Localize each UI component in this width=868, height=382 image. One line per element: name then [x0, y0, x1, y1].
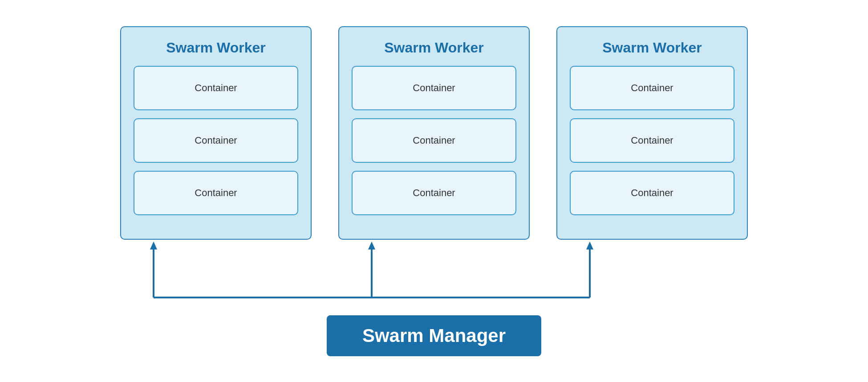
workers-row: Swarm Worker Container Container Contain… — [33, 26, 835, 240]
worker-2-container-2: Container — [352, 118, 516, 163]
worker-1-container-3: Container — [134, 171, 298, 215]
worker-2-title: Swarm Worker — [352, 40, 516, 56]
worker-1-container-1: Container — [134, 66, 298, 110]
worker-3-container-2: Container — [570, 118, 734, 163]
svg-marker-5 — [368, 241, 375, 249]
worker-1-containers: Container Container Container — [134, 66, 298, 226]
worker-3-container-1: Container — [570, 66, 734, 110]
worker-3-title: Swarm Worker — [570, 40, 734, 56]
worker-2-containers: Container Container Container — [352, 66, 516, 226]
diagram: Swarm Worker Container Container Contain… — [33, 26, 835, 356]
worker-3-container-3: Container — [570, 171, 734, 215]
manager-box: Swarm Manager — [327, 315, 541, 356]
worker-box-2: Swarm Worker Container Container Contain… — [338, 26, 530, 240]
svg-marker-8 — [586, 241, 593, 249]
worker-2-container-1: Container — [352, 66, 516, 110]
manager-title: Swarm Manager — [362, 325, 506, 346]
worker-3-containers: Container Container Container — [570, 66, 734, 226]
worker-2-container-3: Container — [352, 171, 516, 215]
worker-1-container-2: Container — [134, 118, 298, 163]
worker-1-title: Swarm Worker — [134, 40, 298, 56]
worker-box-1: Swarm Worker Container Container Contain… — [120, 26, 312, 240]
svg-marker-2 — [150, 241, 157, 249]
worker-box-3: Swarm Worker Container Container Contain… — [556, 26, 748, 240]
arrows-svg — [33, 240, 835, 315]
